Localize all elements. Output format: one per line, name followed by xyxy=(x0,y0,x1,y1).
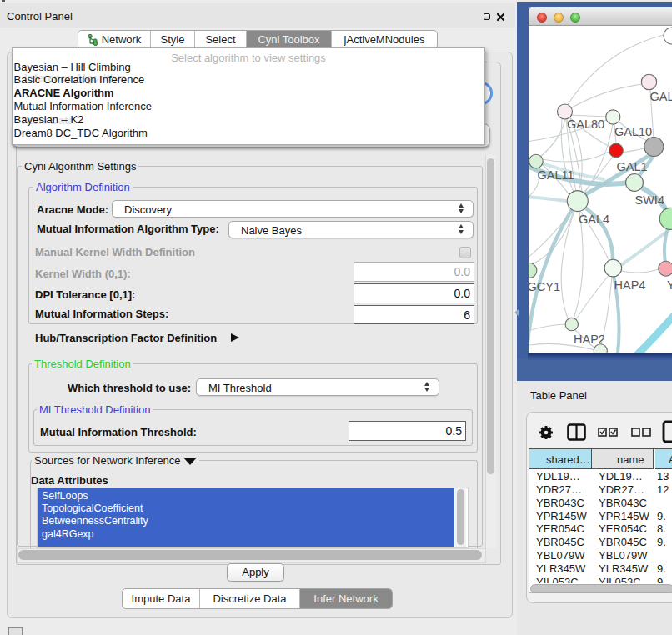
svg-text:GAL1: GAL1 xyxy=(617,160,648,173)
svg-text:GAL80: GAL80 xyxy=(567,118,604,131)
svg-text:GCY1: GCY1 xyxy=(529,280,560,293)
svg-text:GAL: GAL xyxy=(650,90,672,103)
svg-text:SWI4: SWI4 xyxy=(635,193,664,207)
svg-text:GAL11: GAL11 xyxy=(538,168,574,182)
svg-text:GAL4: GAL4 xyxy=(579,212,609,226)
svg-text:HAP4: HAP4 xyxy=(614,278,646,292)
svg-text:Y: Y xyxy=(667,278,672,292)
svg-text:GAL10: GAL10 xyxy=(614,125,652,138)
svg-text:HAP2: HAP2 xyxy=(574,332,605,346)
